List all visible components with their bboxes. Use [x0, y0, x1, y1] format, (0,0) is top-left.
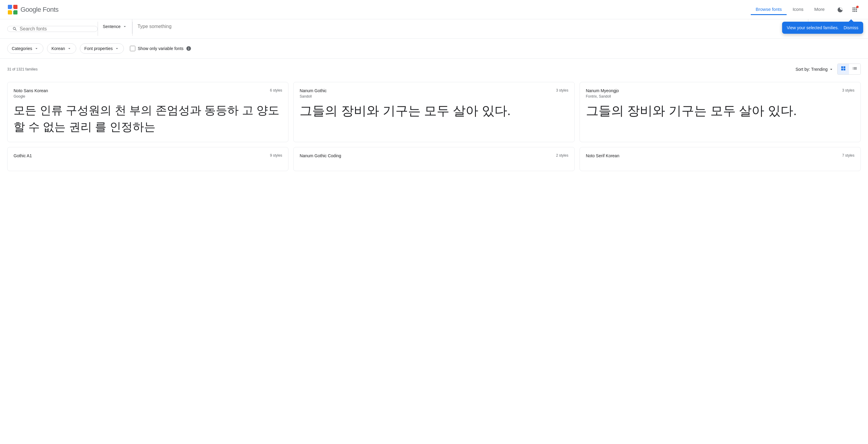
search-input[interactable] [20, 26, 93, 32]
font-preview: 그들의 장비와 기구는 모두 살아 있다. [586, 102, 855, 120]
nav-browse-fonts[interactable]: Browse fonts [751, 4, 786, 15]
selected-families-tooltip: View your selected families. Dismiss [782, 22, 863, 34]
font-styles: 6 styles [270, 88, 282, 93]
font-grid: Noto Sans Korean 6 styles Google 모든 인류 구… [0, 77, 868, 147]
categories-dropdown-icon [34, 46, 39, 51]
font-card-header: Nanum Gothic 3 styles [300, 88, 568, 93]
font-styles: 3 styles [556, 88, 568, 93]
language-label: Korean [52, 46, 65, 51]
header-icons [834, 4, 861, 15]
svg-rect-3 [13, 10, 18, 14]
font-card-header: Noto Serif Korean 7 styles [586, 153, 855, 158]
variable-fonts-checkbox-area: Show only variable fonts [130, 46, 191, 51]
font-card-gothic-a1[interactable]: Gothic A1 9 styles [7, 147, 288, 171]
svg-rect-1 [13, 5, 18, 9]
search-area: Sentence 40px [0, 19, 868, 38]
font-styles: 2 styles [556, 153, 568, 158]
theme-toggle-button[interactable] [834, 4, 846, 15]
results-header: 31 of 1321 families Sort by: Trending [0, 59, 868, 77]
sort-dropdown-icon [829, 67, 834, 72]
font-author: Sandoll [300, 94, 568, 98]
preview-text-input[interactable] [133, 19, 808, 34]
google-logo-icon [7, 4, 18, 15]
notification-dot [856, 6, 859, 8]
list-view-icon [852, 66, 858, 71]
grid-view-icon [841, 66, 846, 71]
tooltip-dismiss-button[interactable]: Dismiss [844, 25, 858, 30]
grid-view-button[interactable] [838, 64, 849, 74]
list-view-button[interactable] [849, 64, 861, 74]
font-styles: 7 styles [842, 153, 855, 158]
language-dropdown-icon [67, 46, 72, 51]
sentence-mode-label: Sentence [103, 24, 121, 29]
nav-more[interactable]: More [809, 4, 830, 15]
categories-filter-button[interactable]: Categories [7, 43, 43, 54]
font-card-header: Nanum Myeongjo 3 styles [586, 88, 855, 93]
apps-grid-icon [851, 6, 858, 13]
font-card-noto-serif-korean[interactable]: Noto Serif Korean 7 styles [580, 147, 861, 171]
font-name: Nanum Gothic [300, 88, 327, 93]
font-author: Google [13, 94, 282, 98]
font-properties-label: Font properties [84, 46, 113, 51]
logo-text: Google Fonts [21, 6, 59, 13]
sentence-dropdown-icon [122, 24, 127, 29]
font-card-nanum-gothic[interactable]: Nanum Gothic 3 styles Sandoll 그들의 장비와 기구… [293, 82, 575, 142]
font-name: Nanum Myeongjo [586, 88, 619, 93]
header: Google Fonts Browse fonts Icons More Vie… [0, 0, 868, 19]
sort-control[interactable]: Sort by: Trending [795, 67, 834, 72]
font-name: Noto Serif Korean [586, 153, 619, 158]
font-card-header: Gothic A1 9 styles [13, 153, 282, 158]
font-card-header: Noto Sans Korean 6 styles [13, 88, 282, 93]
font-card-nanum-gothic-coding[interactable]: Nanum Gothic Coding 2 styles [293, 147, 575, 171]
search-box [7, 26, 98, 32]
filters-area: Categories Korean Font properties Show o… [0, 38, 868, 59]
font-name: Noto Sans Korean [13, 88, 48, 93]
font-properties-filter-button[interactable]: Font properties [80, 43, 124, 54]
grid-apps-button[interactable] [849, 4, 861, 15]
font-grid-bottom: Gothic A1 9 styles Nanum Gothic Coding 2… [0, 147, 868, 176]
font-card-nanum-myeongjo[interactable]: Nanum Myeongjo 3 styles Fontrix, Sandoll… [580, 82, 861, 142]
font-name: Nanum Gothic Coding [300, 153, 341, 158]
results-controls: Sort by: Trending [795, 64, 861, 75]
svg-rect-4 [11, 8, 14, 11]
font-styles: 3 styles [842, 88, 855, 93]
sentence-mode-select[interactable]: Sentence [98, 19, 132, 34]
logo-area[interactable]: Google Fonts [7, 4, 59, 15]
variable-fonts-checkbox[interactable] [130, 46, 135, 51]
language-filter-button[interactable]: Korean [47, 43, 76, 54]
view-toggle [837, 64, 861, 75]
sort-label: Sort by: Trending [795, 67, 828, 72]
font-name: Gothic A1 [13, 153, 32, 158]
tooltip-text: View your selected families. [787, 25, 839, 30]
font-styles: 9 styles [270, 153, 282, 158]
results-count: 31 of 1321 families [7, 67, 38, 71]
search-icon [12, 26, 17, 32]
font-preview: 모든 인류 구성원의 천 부의 존엄성과 동등하 고 양도할 수 없는 권리 를… [13, 102, 282, 135]
font-card-noto-sans-korean[interactable]: Noto Sans Korean 6 styles Google 모든 인류 구… [7, 82, 288, 142]
svg-rect-0 [8, 5, 12, 9]
variable-fonts-label[interactable]: Show only variable fonts [138, 46, 184, 51]
font-properties-dropdown-icon [115, 46, 119, 51]
dark-mode-icon [837, 7, 843, 13]
font-card-header: Nanum Gothic Coding 2 styles [300, 153, 568, 158]
svg-rect-2 [8, 10, 12, 14]
categories-label: Categories [12, 46, 32, 51]
main-nav: Browse fonts Icons More [751, 4, 830, 15]
font-preview: 그들의 장비와 기구는 모두 살아 있다. [300, 102, 568, 120]
nav-icons[interactable]: Icons [788, 4, 808, 15]
variable-fonts-info-icon[interactable] [186, 46, 191, 51]
font-author: Fontrix, Sandoll [586, 94, 855, 98]
